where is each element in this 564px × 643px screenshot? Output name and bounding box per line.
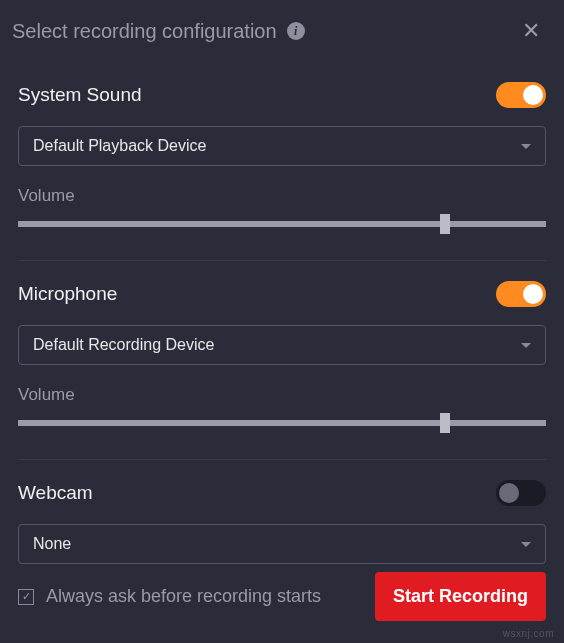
header: Select recording configuration i ✕ [0, 0, 564, 56]
chevron-down-icon [521, 542, 531, 547]
chevron-down-icon [521, 343, 531, 348]
system-sound-volume-slider[interactable] [18, 216, 546, 232]
system-sound-volume-label: Volume [18, 186, 546, 206]
system-sound-toggle[interactable] [496, 82, 546, 108]
start-recording-button[interactable]: Start Recording [375, 572, 546, 621]
slider-thumb[interactable] [440, 413, 450, 433]
always-ask-label: Always ask before recording starts [46, 586, 321, 607]
system-sound-device-select[interactable]: Default Playback Device [18, 126, 546, 166]
microphone-section: Microphone Default Recording Device Volu… [18, 261, 546, 460]
microphone-volume-label: Volume [18, 385, 546, 405]
check-icon: ✓ [22, 590, 31, 603]
close-icon[interactable]: ✕ [516, 14, 546, 48]
always-ask-checkbox[interactable]: ✓ [18, 589, 34, 605]
microphone-device-value: Default Recording Device [33, 336, 214, 354]
watermark: wsxnj.com [503, 628, 554, 639]
microphone-device-select[interactable]: Default Recording Device [18, 325, 546, 365]
microphone-toggle[interactable] [496, 281, 546, 307]
footer: ✓ Always ask before recording starts Sta… [0, 550, 564, 643]
chevron-down-icon [521, 144, 531, 149]
page-title: Select recording configuration [12, 20, 277, 43]
system-sound-title: System Sound [18, 84, 142, 106]
microphone-volume-slider[interactable] [18, 415, 546, 431]
info-icon[interactable]: i [287, 22, 305, 40]
slider-thumb[interactable] [440, 214, 450, 234]
system-sound-section: System Sound Default Playback Device Vol… [18, 62, 546, 261]
microphone-title: Microphone [18, 283, 117, 305]
webcam-toggle[interactable] [496, 480, 546, 506]
system-sound-device-value: Default Playback Device [33, 137, 206, 155]
webcam-title: Webcam [18, 482, 93, 504]
